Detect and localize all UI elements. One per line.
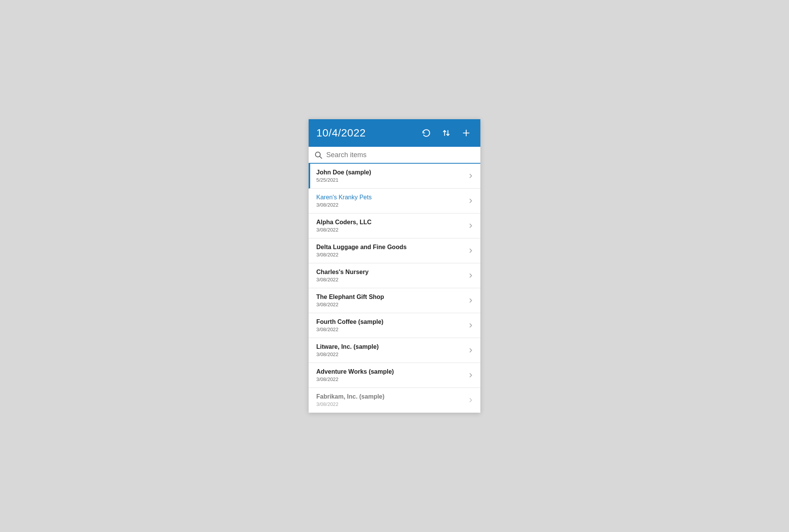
list-item[interactable]: Fourth Coffee (sample)3/08/2022 [309, 313, 480, 338]
header-icons [420, 126, 473, 140]
list-item-content: Alpha Coders, LLC3/08/2022 [316, 219, 464, 233]
header: 10/4/2022 [309, 119, 480, 147]
item-name: Delta Luggage and Fine Goods [316, 244, 464, 251]
item-date: 3/08/2022 [316, 376, 464, 382]
chevron-right-icon [467, 397, 474, 404]
list-item-content: Fourth Coffee (sample)3/08/2022 [316, 319, 464, 332]
list-item-content: Charles's Nursery3/08/2022 [316, 269, 464, 282]
item-name: The Elephant Gift Shop [316, 294, 464, 300]
search-icon [314, 151, 322, 159]
item-date: 3/08/2022 [316, 401, 464, 407]
chevron-right-icon [467, 222, 474, 229]
item-name: Fabrikam, Inc. (sample) [316, 393, 464, 400]
chevron-right-icon [467, 297, 474, 304]
item-name: Adventure Works (sample) [316, 368, 464, 375]
list-item-content: Karen's Kranky Pets3/08/2022 [316, 194, 464, 208]
list-item[interactable]: Charles's Nursery3/08/2022 [309, 263, 480, 288]
list-item[interactable]: Karen's Kranky Pets3/08/2022 [309, 189, 480, 213]
search-bar [309, 147, 480, 164]
search-input[interactable] [326, 151, 475, 159]
item-name: Fourth Coffee (sample) [316, 319, 464, 325]
item-name: Charles's Nursery [316, 269, 464, 276]
refresh-icon [421, 128, 431, 138]
list-item[interactable]: Adventure Works (sample)3/08/2022 [309, 363, 480, 388]
item-date: 3/08/2022 [316, 202, 464, 208]
add-button[interactable] [460, 126, 473, 140]
item-date: 5/25/2021 [316, 177, 464, 183]
chevron-right-icon [467, 197, 474, 204]
item-date: 3/08/2022 [316, 277, 464, 282]
list-item-content: John Doe (sample)5/25/2021 [316, 169, 464, 183]
item-date: 3/08/2022 [316, 302, 464, 307]
chevron-right-icon [467, 247, 474, 254]
svg-line-5 [320, 156, 322, 158]
list-item[interactable]: Fabrikam, Inc. (sample)3/08/2022 [309, 388, 480, 413]
chevron-right-icon [467, 347, 474, 354]
item-name: Litware, Inc. (sample) [316, 343, 464, 350]
chevron-right-icon [467, 172, 474, 179]
item-date: 3/08/2022 [316, 227, 464, 233]
sort-button[interactable] [440, 126, 453, 140]
list-item[interactable]: Delta Luggage and Fine Goods3/08/2022 [309, 238, 480, 263]
add-icon [461, 128, 471, 138]
item-name: Alpha Coders, LLC [316, 219, 464, 226]
item-date: 3/08/2022 [316, 252, 464, 258]
list-item-content: Adventure Works (sample)3/08/2022 [316, 368, 464, 382]
item-name: John Doe (sample) [316, 169, 464, 176]
item-name: Karen's Kranky Pets [316, 194, 464, 201]
chevron-right-icon [467, 372, 474, 379]
header-date: 10/4/2022 [316, 127, 366, 139]
list-item[interactable]: John Doe (sample)5/25/2021 [309, 164, 480, 189]
items-list: John Doe (sample)5/25/2021Karen's Kranky… [309, 164, 480, 413]
list-item[interactable]: The Elephant Gift Shop3/08/2022 [309, 288, 480, 313]
list-item-content: Litware, Inc. (sample)3/08/2022 [316, 343, 464, 357]
sort-icon [441, 128, 451, 138]
item-date: 3/08/2022 [316, 351, 464, 357]
item-date: 3/08/2022 [316, 327, 464, 332]
list-item-content: Delta Luggage and Fine Goods3/08/2022 [316, 244, 464, 258]
list-item-content: Fabrikam, Inc. (sample)3/08/2022 [316, 393, 464, 407]
app-container: 10/4/2022 [309, 119, 480, 413]
chevron-right-icon [467, 322, 474, 329]
refresh-button[interactable] [420, 126, 433, 140]
list-item[interactable]: Litware, Inc. (sample)3/08/2022 [309, 338, 480, 363]
list-item[interactable]: Alpha Coders, LLC3/08/2022 [309, 213, 480, 238]
chevron-right-icon [467, 272, 474, 279]
list-item-content: The Elephant Gift Shop3/08/2022 [316, 294, 464, 307]
